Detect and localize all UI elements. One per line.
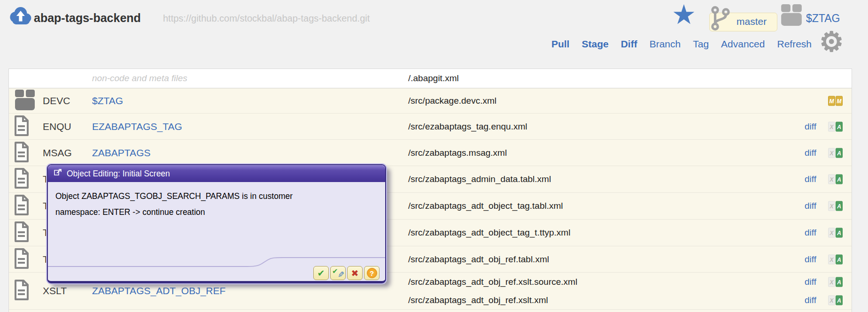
status-badges: X A — [828, 122, 843, 131]
menu-tag[interactable]: Tag — [693, 38, 709, 50]
file-path: /src/zabaptags_adt_obj_ref.tabl.xml — [408, 254, 549, 265]
file-path: /src/zabaptags_adt_object_tag_t.ttyp.xml — [408, 228, 570, 238]
package-link[interactable]: $ZTAG — [806, 12, 840, 25]
diff-link[interactable]: diff — [805, 148, 816, 158]
repo-url: https://github.com/stockbal/abap-tags-ba… — [163, 13, 370, 24]
git-branch-icon — [710, 6, 732, 33]
diff-link[interactable]: diff — [805, 201, 816, 211]
file-icon — [14, 195, 36, 217]
file-icon — [14, 142, 36, 164]
file-path: /src/zabaptags.msag.xml — [408, 148, 507, 158]
status-badge: A — [836, 148, 843, 158]
menu-branch[interactable]: Branch — [650, 38, 681, 50]
table-row: DEVC $ZTAG /src/package.devc.xml diff M … — [9, 88, 852, 113]
table-row-partial — [9, 309, 852, 312]
object-type: ENQU — [43, 121, 71, 132]
repo-name: abap-tags-backend — [34, 11, 141, 25]
diff-link[interactable]: diff — [805, 295, 816, 305]
status-badges: X A — [828, 277, 843, 287]
table-row-meta: non-code and meta files /.abapgit.xml — [9, 69, 852, 88]
continue-and-edit-button[interactable]: ✔ ✎ — [330, 266, 346, 280]
dialog-message-line1: Object ZABAPTAGS_TGOBJ_SEARCH_PARAMS is … — [55, 191, 293, 201]
object-link[interactable]: EZABAPTAGS_TAG — [92, 121, 182, 132]
status-badge: A — [836, 201, 843, 211]
status-badge: A — [836, 228, 843, 238]
status-badges: X A — [828, 228, 843, 238]
status-badges: X A — [828, 295, 843, 305]
diff-link[interactable]: diff — [805, 254, 816, 265]
favorite-star-icon[interactable]: ★ — [672, 1, 696, 28]
status-badge: A — [836, 122, 843, 131]
status-badge: A — [836, 254, 843, 264]
current-branch-label[interactable]: master — [736, 16, 767, 27]
dialog-body: Object ZABAPTAGS_TGOBJ_SEARCH_PARAMS is … — [48, 182, 385, 281]
dialog-button-bar: ✔ ✔ ✎ ✖ ? — [313, 266, 380, 280]
status-badge: A — [836, 175, 843, 184]
status-badge: M — [828, 96, 835, 106]
status-badges: M M — [828, 96, 843, 106]
status-badge: A — [836, 277, 843, 287]
continue-button[interactable]: ✔ — [313, 266, 329, 280]
object-type: DEVC — [43, 95, 70, 107]
file-icon — [14, 248, 36, 271]
package-box-icon — [14, 89, 36, 113]
status-badge: X — [828, 277, 835, 287]
diff-link[interactable]: diff — [805, 122, 816, 132]
file-path: /src/zabaptags_adt_obj_ref.xslt.xml — [408, 295, 548, 305]
object-editing-dialog: Object Editing: Initial Screen Object ZA… — [47, 164, 386, 283]
status-badges: X A — [828, 148, 843, 158]
file-path: /src/zabaptags_admin_data.tabl.xml — [408, 174, 551, 184]
settings-gear-icon[interactable]: ⚙ — [819, 28, 844, 55]
menu-diff[interactable]: Diff — [621, 38, 637, 50]
object-link[interactable]: $ZTAG — [92, 95, 123, 107]
status-badges: X A — [828, 254, 843, 264]
object-editing-icon — [54, 168, 62, 179]
repo-menu: Pull Stage Diff Branch Tag Advanced Refr… — [551, 38, 812, 50]
status-badges: X A — [828, 201, 843, 211]
package-box-icon — [780, 3, 803, 29]
status-badge: X — [828, 201, 835, 211]
file-path: /src/ezabaptags_tag.enqu.xml — [408, 122, 527, 132]
table-row: MSAG ZABAPTAGS /src/zabaptags.msag.xml d… — [9, 139, 852, 166]
menu-stage[interactable]: Stage — [581, 38, 608, 50]
status-badge: X — [828, 295, 835, 305]
meta-files-label: non-code and meta files — [92, 73, 187, 84]
help-button[interactable]: ? — [364, 266, 380, 280]
file-path: /src/zabaptags_adt_obj_ref.xslt.source.x… — [408, 277, 577, 287]
menu-refresh[interactable]: Refresh — [777, 38, 812, 50]
status-badge: X — [828, 254, 835, 264]
status-badge: X — [828, 148, 835, 158]
file-path: /src/zabaptags_adt_object_tag.tabl.xml — [408, 201, 563, 211]
status-badges: X A — [828, 175, 843, 184]
menu-advanced[interactable]: Advanced — [721, 38, 765, 50]
diff-link[interactable]: diff — [805, 174, 816, 184]
file-path: /src/package.devc.xml — [408, 96, 496, 106]
diff-link[interactable]: diff — [805, 228, 816, 238]
object-link[interactable]: ZABAPTAGS — [92, 147, 150, 159]
diff-link[interactable]: diff — [805, 277, 816, 287]
cancel-button[interactable]: ✖ — [347, 266, 363, 280]
menu-pull[interactable]: Pull — [551, 38, 570, 50]
status-badge: X — [828, 228, 835, 238]
dialog-title: Object Editing: Initial Screen — [67, 169, 170, 179]
file-icon — [14, 168, 36, 190]
table-row: ENQU EZABAPTAGS_TAG /src/ezabaptags_tag.… — [9, 113, 852, 139]
status-badge: A — [836, 295, 843, 305]
dialog-message-line2: namespace: ENTER -> continue creation — [55, 207, 205, 217]
object-type: MSAG — [43, 147, 72, 159]
status-badge: M — [836, 96, 843, 106]
cloud-upload-icon — [8, 5, 33, 28]
abapgit-repo-page: abap-tags-backend https://github.com/sto… — [0, 0, 868, 312]
dialog-titlebar[interactable]: Object Editing: Initial Screen — [48, 165, 385, 182]
file-icon — [14, 115, 36, 138]
file-path: /.abapgit.xml — [408, 73, 459, 84]
status-badge: X — [828, 175, 835, 184]
status-badge: X — [828, 122, 835, 131]
file-icon — [14, 221, 36, 244]
